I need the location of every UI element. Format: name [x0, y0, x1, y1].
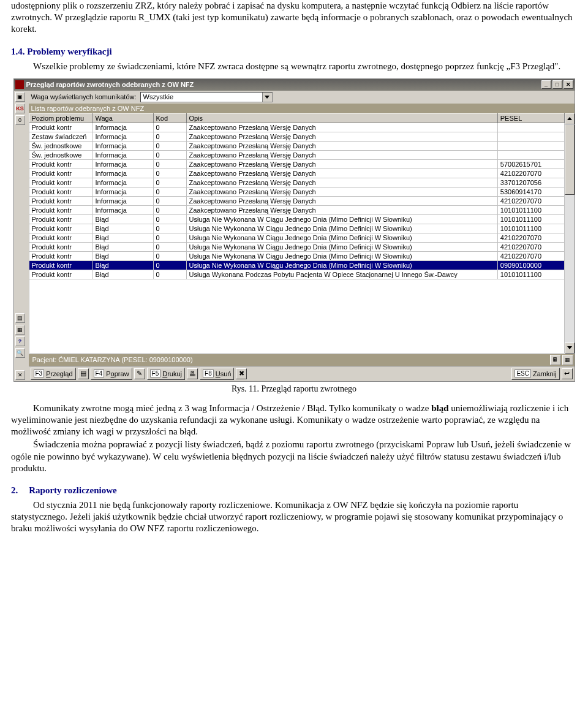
table-row[interactable]: Zestaw świadczeńInformacja0Zaakceptowano…: [29, 132, 564, 141]
scroll-thumb[interactable]: [565, 124, 575, 195]
filter-value: Wszystkie: [141, 93, 262, 100]
table-row[interactable]: Produkt kontrInformacja0Zaakceptowano Pr…: [29, 123, 564, 132]
status-button[interactable]: 🖩: [550, 355, 561, 365]
esc-button[interactable]: ESCZamknij: [511, 368, 559, 380]
scroll-track[interactable]: [565, 124, 575, 343]
vertical-scrollbar[interactable]: [565, 113, 575, 354]
cell-waga: Informacja: [92, 196, 153, 205]
search-icon[interactable]: 🔍: [15, 348, 25, 358]
table-row[interactable]: Produkt kontrBłąd0Usługa Nie Wykonana W …: [29, 260, 564, 270]
cell-poziom: Produkt kontr: [29, 187, 92, 196]
cell-poziom: Produkt kontr: [29, 205, 92, 214]
col-kod[interactable]: Kod: [153, 113, 186, 123]
cell-opis: Usługa Nie Wykonana W Ciągu Jednego Dnia…: [186, 251, 497, 260]
cell-pesel: 10101011100: [497, 270, 564, 279]
scroll-down-button[interactable]: [565, 343, 575, 354]
table-row[interactable]: Produkt kontrBłąd0Usługa Wykonana Podcza…: [29, 270, 564, 279]
table-row[interactable]: Produkt kontrBłąd0Usługa Nie Wykonana W …: [29, 251, 564, 260]
cell-poziom: Produkt kontr: [29, 159, 92, 169]
function-bar: F3PPrzeglądrzegląd ▤ F4Popraw ✎ F5Drukuj…: [29, 366, 575, 381]
cell-opis: Zaakceptowano Przesłaną Wersję Danych: [186, 205, 497, 214]
cell-waga: Informacja: [92, 123, 153, 132]
cell-opis: Zaakceptowano Przesłaną Wersję Danych: [186, 132, 497, 141]
cell-poziom: Św. jednostkowe: [29, 150, 92, 159]
cell-pesel: 10101011100: [497, 214, 564, 224]
table-row[interactable]: Produkt kontrInformacja0Zaakceptowano Pr…: [29, 159, 564, 169]
cell-opis: Zaakceptowano Przesłaną Wersję Danych: [186, 123, 497, 132]
table-row[interactable]: Produkt kontrBłąd0Usługa Nie Wykonana W …: [29, 214, 564, 224]
cell-waga: Informacja: [92, 132, 153, 141]
chevron-down-icon[interactable]: [262, 93, 272, 102]
cell-waga: Błąd: [92, 214, 153, 224]
cell-poziom: Produkt kontr: [29, 178, 92, 187]
print-icon[interactable]: 🖶: [187, 368, 198, 379]
table-row[interactable]: Św. jednostkoweInformacja0Zaakceptowano …: [29, 141, 564, 150]
filter-label: Waga wyświetlanych komunikatów:: [31, 93, 137, 100]
toolbar-icon[interactable]: ✎: [134, 368, 145, 379]
scroll-up-button[interactable]: [565, 113, 575, 124]
cell-opis: Zaakceptowano Przesłaną Wersję Danych: [186, 187, 497, 196]
toolbar-icon[interactable]: ▤: [15, 313, 25, 323]
status-button[interactable]: ▦: [562, 355, 573, 365]
table-row[interactable]: Św. jednostkoweInformacja0Zaakceptowano …: [29, 150, 564, 159]
list-header-label: Lista raportów odebranych z OW NFZ: [29, 104, 575, 113]
table-row[interactable]: Produkt kontrInformacja0Zaakceptowano Pr…: [29, 169, 564, 178]
cell-waga: Informacja: [92, 150, 153, 159]
cell-waga: Informacja: [92, 178, 153, 187]
titlebar[interactable]: Przegląd raportów zwrotnych odebranych z…: [14, 79, 575, 91]
cell-waga: Błąd: [92, 260, 153, 270]
figure-caption: Rys. 11. Przegląd raportu zwrotnego: [11, 384, 577, 394]
table-row[interactable]: Produkt kontrInformacja0Zaakceptowano Pr…: [29, 178, 564, 187]
cell-pesel: 10101011100: [497, 205, 564, 214]
table-row[interactable]: Produkt kontrBłąd0Usługa Nie Wykonana W …: [29, 224, 564, 233]
cell-waga: Informacja: [92, 187, 153, 196]
cell-opis: Usługa Nie Wykonana W Ciągu Jednego Dnia…: [186, 260, 497, 270]
maximize-button[interactable]: □: [552, 80, 562, 89]
col-poziom[interactable]: Poziom problemu: [29, 113, 92, 123]
cell-poziom: Produkt kontr: [29, 251, 92, 260]
f4-button[interactable]: F4Popraw: [91, 368, 132, 380]
close-button[interactable]: ✕: [564, 80, 573, 89]
table-row[interactable]: Produkt kontrInformacja0Zaakceptowano Pr…: [29, 196, 564, 205]
close-icon[interactable]: ✕: [15, 370, 25, 380]
col-pesel[interactable]: PESEL: [497, 113, 564, 123]
cell-kod: 0: [153, 178, 186, 187]
f5-button[interactable]: F5Drukuj: [147, 368, 185, 380]
cell-poziom: Produkt kontr: [29, 260, 92, 270]
cell-waga: Błąd: [92, 251, 153, 260]
toolbar-icon[interactable]: ▣: [15, 92, 25, 102]
cell-opis: Zaakceptowano Przesłaną Wersję Danych: [186, 141, 497, 150]
minimize-button[interactable]: _: [541, 80, 551, 89]
report-grid[interactable]: Poziom problemu Waga Kod Opis PESEL Prod…: [29, 113, 565, 354]
table-row[interactable]: Produkt kontrInformacja0Zaakceptowano Pr…: [29, 205, 564, 214]
cell-poziom: Św. jednostkowe: [29, 141, 92, 150]
cell-pesel: 42102207070: [497, 242, 564, 251]
cell-pesel: 42102207070: [497, 251, 564, 260]
toolbar-icon[interactable]: ▤: [78, 368, 89, 379]
f8-button[interactable]: F8Usuń: [200, 368, 234, 380]
toolbar-icon-zero[interactable]: 0: [15, 115, 25, 125]
delete-icon[interactable]: ✖: [236, 368, 247, 379]
table-row[interactable]: Produkt kontrBłąd0Usługa Nie Wykonana W …: [29, 233, 564, 242]
status-text: Pacjent: ĆMIEL KATARZYNA (PESEL: 0909010…: [30, 356, 549, 363]
status-bar: Pacjent: ĆMIEL KATARZYNA (PESEL: 0909010…: [29, 354, 575, 366]
cell-pesel: 42102207070: [497, 233, 564, 242]
cell-opis: Usługa Wykonana Podczas Pobytu Pacjenta …: [186, 270, 497, 279]
cell-opis: Zaakceptowano Przesłaną Wersję Danych: [186, 150, 497, 159]
toolbar-icon[interactable]: ▦: [15, 325, 25, 335]
window-title: Przegląd raportów zwrotnych odebranych z…: [26, 81, 540, 88]
cell-waga: Błąd: [92, 224, 153, 233]
col-opis[interactable]: Opis: [186, 113, 497, 123]
cell-opis: Zaakceptowano Przesłaną Wersję Danych: [186, 169, 497, 178]
f3-button[interactable]: F3PPrzeglądrzegląd: [31, 368, 76, 380]
cell-waga: Informacja: [92, 205, 153, 214]
col-waga[interactable]: Waga: [92, 113, 153, 123]
table-row[interactable]: Produkt kontrBłąd0Usługa Nie Wykonana W …: [29, 242, 564, 251]
cell-pesel: [497, 141, 564, 150]
exit-icon[interactable]: ↩: [562, 368, 573, 379]
filter-combo[interactable]: Wszystkie: [140, 92, 273, 102]
help-icon[interactable]: ?: [15, 336, 25, 346]
table-row[interactable]: Produkt kontrInformacja0Zaakceptowano Pr…: [29, 187, 564, 196]
cell-opis: Usługa Nie Wykonana W Ciągu Jednego Dnia…: [186, 214, 497, 224]
toolbar-icon-ks[interactable]: KS: [15, 104, 25, 113]
